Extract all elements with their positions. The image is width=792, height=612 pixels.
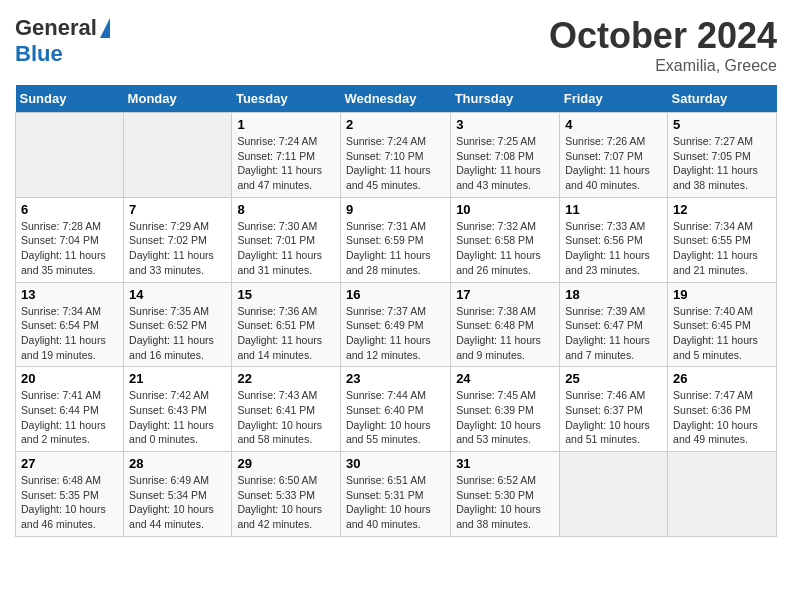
day-info: Sunrise: 6:52 AM Sunset: 5:30 PM Dayligh… [456,473,554,532]
day-info: Sunrise: 7:24 AM Sunset: 7:11 PM Dayligh… [237,134,335,193]
calendar-cell: 15Sunrise: 7:36 AM Sunset: 6:51 PM Dayli… [232,282,341,367]
calendar-week-row: 6Sunrise: 7:28 AM Sunset: 7:04 PM Daylig… [16,197,777,282]
calendar-cell: 10Sunrise: 7:32 AM Sunset: 6:58 PM Dayli… [451,197,560,282]
day-number: 27 [21,456,118,471]
day-info: Sunrise: 7:35 AM Sunset: 6:52 PM Dayligh… [129,304,226,363]
day-info: Sunrise: 7:36 AM Sunset: 6:51 PM Dayligh… [237,304,335,363]
day-info: Sunrise: 6:51 AM Sunset: 5:31 PM Dayligh… [346,473,445,532]
calendar-cell: 11Sunrise: 7:33 AM Sunset: 6:56 PM Dayli… [560,197,668,282]
day-info: Sunrise: 7:34 AM Sunset: 6:55 PM Dayligh… [673,219,771,278]
day-number: 30 [346,456,445,471]
day-number: 8 [237,202,335,217]
calendar-week-row: 27Sunrise: 6:48 AM Sunset: 5:35 PM Dayli… [16,452,777,537]
calendar-cell [668,452,777,537]
day-info: Sunrise: 7:32 AM Sunset: 6:58 PM Dayligh… [456,219,554,278]
day-info: Sunrise: 7:42 AM Sunset: 6:43 PM Dayligh… [129,388,226,447]
day-info: Sunrise: 7:38 AM Sunset: 6:48 PM Dayligh… [456,304,554,363]
day-number: 2 [346,117,445,132]
day-info: Sunrise: 7:37 AM Sunset: 6:49 PM Dayligh… [346,304,445,363]
day-number: 22 [237,371,335,386]
day-info: Sunrise: 7:43 AM Sunset: 6:41 PM Dayligh… [237,388,335,447]
day-number: 18 [565,287,662,302]
calendar-cell: 19Sunrise: 7:40 AM Sunset: 6:45 PM Dayli… [668,282,777,367]
calendar-week-row: 13Sunrise: 7:34 AM Sunset: 6:54 PM Dayli… [16,282,777,367]
day-number: 1 [237,117,335,132]
day-info: Sunrise: 7:33 AM Sunset: 6:56 PM Dayligh… [565,219,662,278]
calendar-cell: 8Sunrise: 7:30 AM Sunset: 7:01 PM Daylig… [232,197,341,282]
day-number: 14 [129,287,226,302]
calendar-cell: 14Sunrise: 7:35 AM Sunset: 6:52 PM Dayli… [124,282,232,367]
calendar-cell: 4Sunrise: 7:26 AM Sunset: 7:07 PM Daylig… [560,113,668,198]
calendar-cell: 27Sunrise: 6:48 AM Sunset: 5:35 PM Dayli… [16,452,124,537]
calendar-cell: 31Sunrise: 6:52 AM Sunset: 5:30 PM Dayli… [451,452,560,537]
day-number: 5 [673,117,771,132]
calendar-cell: 22Sunrise: 7:43 AM Sunset: 6:41 PM Dayli… [232,367,341,452]
day-info: Sunrise: 7:29 AM Sunset: 7:02 PM Dayligh… [129,219,226,278]
day-number: 13 [21,287,118,302]
day-info: Sunrise: 7:27 AM Sunset: 7:05 PM Dayligh… [673,134,771,193]
day-info: Sunrise: 7:26 AM Sunset: 7:07 PM Dayligh… [565,134,662,193]
day-info: Sunrise: 7:40 AM Sunset: 6:45 PM Dayligh… [673,304,771,363]
day-info: Sunrise: 6:50 AM Sunset: 5:33 PM Dayligh… [237,473,335,532]
logo-general: General [15,15,97,41]
day-info: Sunrise: 7:24 AM Sunset: 7:10 PM Dayligh… [346,134,445,193]
day-info: Sunrise: 7:41 AM Sunset: 6:44 PM Dayligh… [21,388,118,447]
calendar-table: SundayMondayTuesdayWednesdayThursdayFrid… [15,85,777,537]
calendar-cell [124,113,232,198]
calendar-cell: 29Sunrise: 6:50 AM Sunset: 5:33 PM Dayli… [232,452,341,537]
day-number: 7 [129,202,226,217]
header: General Blue October 2024 Examilia, Gree… [15,15,777,75]
day-info: Sunrise: 7:45 AM Sunset: 6:39 PM Dayligh… [456,388,554,447]
header-saturday: Saturday [668,85,777,113]
calendar-cell: 7Sunrise: 7:29 AM Sunset: 7:02 PM Daylig… [124,197,232,282]
calendar-cell: 16Sunrise: 7:37 AM Sunset: 6:49 PM Dayli… [340,282,450,367]
calendar-cell: 23Sunrise: 7:44 AM Sunset: 6:40 PM Dayli… [340,367,450,452]
day-number: 23 [346,371,445,386]
location: Examilia, Greece [549,57,777,75]
header-sunday: Sunday [16,85,124,113]
day-number: 29 [237,456,335,471]
day-number: 19 [673,287,771,302]
day-number: 11 [565,202,662,217]
calendar-cell: 9Sunrise: 7:31 AM Sunset: 6:59 PM Daylig… [340,197,450,282]
logo-arrow [100,18,110,38]
day-info: Sunrise: 7:25 AM Sunset: 7:08 PM Dayligh… [456,134,554,193]
calendar-cell: 30Sunrise: 6:51 AM Sunset: 5:31 PM Dayli… [340,452,450,537]
day-info: Sunrise: 6:48 AM Sunset: 5:35 PM Dayligh… [21,473,118,532]
header-thursday: Thursday [451,85,560,113]
day-info: Sunrise: 7:47 AM Sunset: 6:36 PM Dayligh… [673,388,771,447]
day-number: 28 [129,456,226,471]
calendar-cell: 1Sunrise: 7:24 AM Sunset: 7:11 PM Daylig… [232,113,341,198]
day-number: 24 [456,371,554,386]
calendar-cell: 24Sunrise: 7:45 AM Sunset: 6:39 PM Dayli… [451,367,560,452]
calendar-cell: 17Sunrise: 7:38 AM Sunset: 6:48 PM Dayli… [451,282,560,367]
day-info: Sunrise: 7:31 AM Sunset: 6:59 PM Dayligh… [346,219,445,278]
logo: General Blue [15,15,110,67]
day-number: 16 [346,287,445,302]
calendar-cell: 21Sunrise: 7:42 AM Sunset: 6:43 PM Dayli… [124,367,232,452]
day-number: 26 [673,371,771,386]
calendar-week-row: 20Sunrise: 7:41 AM Sunset: 6:44 PM Dayli… [16,367,777,452]
calendar-cell: 25Sunrise: 7:46 AM Sunset: 6:37 PM Dayli… [560,367,668,452]
calendar-cell: 2Sunrise: 7:24 AM Sunset: 7:10 PM Daylig… [340,113,450,198]
calendar-cell: 12Sunrise: 7:34 AM Sunset: 6:55 PM Dayli… [668,197,777,282]
day-number: 6 [21,202,118,217]
calendar-cell: 5Sunrise: 7:27 AM Sunset: 7:05 PM Daylig… [668,113,777,198]
day-number: 12 [673,202,771,217]
header-wednesday: Wednesday [340,85,450,113]
day-number: 17 [456,287,554,302]
day-number: 20 [21,371,118,386]
calendar-cell [16,113,124,198]
calendar-cell: 26Sunrise: 7:47 AM Sunset: 6:36 PM Dayli… [668,367,777,452]
day-info: Sunrise: 7:28 AM Sunset: 7:04 PM Dayligh… [21,219,118,278]
day-number: 4 [565,117,662,132]
calendar-week-row: 1Sunrise: 7:24 AM Sunset: 7:11 PM Daylig… [16,113,777,198]
day-info: Sunrise: 7:30 AM Sunset: 7:01 PM Dayligh… [237,219,335,278]
day-number: 25 [565,371,662,386]
title-area: October 2024 Examilia, Greece [549,15,777,75]
day-number: 3 [456,117,554,132]
month-title: October 2024 [549,15,777,57]
calendar-cell: 6Sunrise: 7:28 AM Sunset: 7:04 PM Daylig… [16,197,124,282]
calendar-cell: 28Sunrise: 6:49 AM Sunset: 5:34 PM Dayli… [124,452,232,537]
day-info: Sunrise: 7:46 AM Sunset: 6:37 PM Dayligh… [565,388,662,447]
